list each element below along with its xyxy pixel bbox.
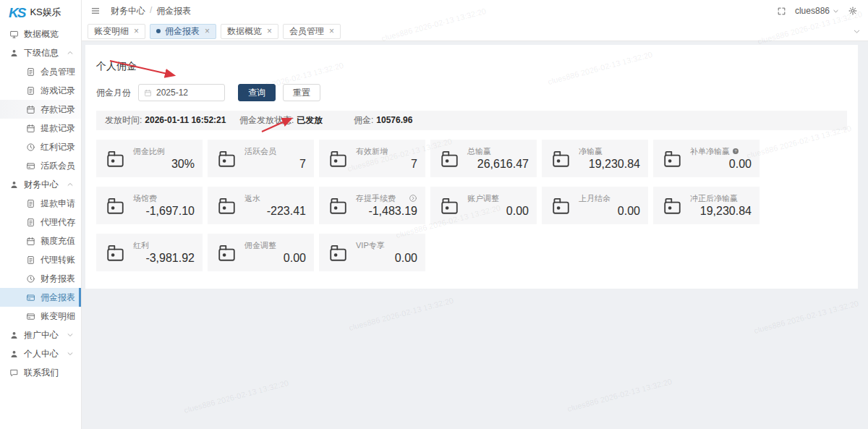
brand-name: KS娱乐 xyxy=(30,6,61,19)
gear-icon[interactable] xyxy=(848,6,858,16)
tab-account-change-details[interactable]: 账变明细 × xyxy=(88,24,145,39)
wallet-icon xyxy=(662,148,683,169)
close-icon[interactable]: × xyxy=(205,27,210,35)
user-icon xyxy=(9,349,19,359)
wallet-icon xyxy=(550,195,571,216)
sidebar-item-finance-center[interactable]: 财务中心 xyxy=(0,175,81,194)
stat-card-last-month-balance: 上月结余 0.00 xyxy=(542,187,648,224)
sidebar-item-account-change-details[interactable]: 账变明细 xyxy=(0,307,81,326)
stat-cards-grid: 佣金比例 30% 活跃会员 7 有效新增 7 xyxy=(96,140,760,271)
stat-label: VIP专享 xyxy=(356,241,385,250)
stat-value: -1,483.19 xyxy=(356,205,417,218)
stat-value: 7 xyxy=(244,158,306,171)
month-label: 佣金月份 xyxy=(96,87,131,99)
stat-value: -223.41 xyxy=(244,205,306,218)
stat-label: 佣金调整 xyxy=(244,241,276,250)
commission-panel: 个人佣金 佣金月份 2025-12 查询 重置 发放时间:2026-01-11 … xyxy=(85,45,858,289)
stat-card-commission-rate: 佣金比例 30% xyxy=(96,140,203,177)
stat-value: 19,230.84 xyxy=(690,205,752,218)
sidebar-item-withdrawal-records[interactable]: 提款记录 xyxy=(0,119,81,137)
sidebar-item-bonus-records[interactable]: 红利记录 xyxy=(0,137,81,156)
reset-button[interactable]: 重置 xyxy=(283,84,320,101)
stat-value: 7 xyxy=(356,158,417,171)
status-bar: 发放时间:2026-01-11 16:52:21 佣金发放状态:已发放 佣金:1… xyxy=(96,111,847,130)
stat-card-corrected-net-winloss: 冲正后净输赢 19,230.84 xyxy=(653,187,760,224)
month-picker[interactable]: 2025-12 xyxy=(138,84,225,101)
stat-label: 有效新增 xyxy=(356,147,388,156)
sidebar-item-agent-deposit[interactable]: 代理代存 xyxy=(0,213,81,232)
user-menu[interactable]: clues886 xyxy=(795,6,839,16)
content-area: 个人佣金 佣金月份 2025-12 查询 重置 发放时间:2026-01-11 … xyxy=(82,41,868,429)
sidebar-item-agent-transfer[interactable]: 代理转账 xyxy=(0,250,81,269)
doc-icon xyxy=(26,86,35,95)
wallet-icon xyxy=(216,195,237,216)
sidebar-item-promotion-center[interactable]: 推广中心 xyxy=(0,326,81,344)
stat-label: 红利 xyxy=(133,241,149,250)
tabs-menu-chevron-icon[interactable] xyxy=(853,27,861,35)
sidebar-item-withdrawal-request[interactable]: 提款申请 xyxy=(0,194,81,213)
close-icon[interactable]: × xyxy=(267,27,272,35)
breadcrumb-separator: / xyxy=(150,5,152,17)
app-logo: KS KS娱乐 xyxy=(0,0,81,25)
sidebar-item-game-records[interactable]: 游戏记录 xyxy=(0,81,81,100)
wallet-icon xyxy=(439,148,460,169)
stat-value: 0.00 xyxy=(244,252,306,265)
tab-member-management[interactable]: 会员管理 × xyxy=(283,24,341,39)
search-button[interactable]: 查询 xyxy=(238,84,276,101)
doc-icon xyxy=(26,255,35,265)
sidebar-item-personal-center[interactable]: 个人中心 xyxy=(0,344,81,363)
stat-card-net-winloss: 净输赢 19,230.84 xyxy=(542,140,648,177)
sidebar-item-subordinate-info[interactable]: 下级信息 xyxy=(0,43,81,62)
sidebar-item-data-overview[interactable]: 数据概览 xyxy=(0,25,81,43)
wallet-icon xyxy=(105,148,126,169)
stat-value: 0.00 xyxy=(579,205,640,218)
sidebar-item-active-members[interactable]: 活跃会员 xyxy=(0,156,81,175)
app-window: KS KS娱乐 数据概览 下级信息 会员管理 游戏记录 存款记录 提款记录 红利… xyxy=(0,0,868,429)
doc-icon xyxy=(26,199,35,208)
wallet-icon xyxy=(216,148,237,169)
breadcrumb-section[interactable]: 财务中心 xyxy=(111,5,145,17)
tab-data-overview[interactable]: 数据概览 × xyxy=(221,24,278,39)
sidebar-item-deposit-records[interactable]: 存款记录 xyxy=(0,100,81,119)
close-icon[interactable]: × xyxy=(329,27,334,35)
user-icon xyxy=(9,48,19,58)
tab-bar: 账变明细 × 佣金报表 × 数据概览 × 会员管理 × xyxy=(82,22,868,41)
stat-value: 26,616.47 xyxy=(467,158,529,171)
tab-commission-report[interactable]: 佣金报表 × xyxy=(150,24,216,39)
monitor-icon xyxy=(9,30,19,39)
sidebar-item-quota-recharge[interactable]: 额度充值 xyxy=(0,232,81,250)
sidebar-item-commission-report[interactable]: 佣金报表 xyxy=(0,288,81,307)
wallet-icon xyxy=(328,195,349,216)
sidebar-item-member-management[interactable]: 会员管理 xyxy=(0,62,81,81)
chat-icon xyxy=(9,368,19,378)
stat-card-deposit-withdraw-fee: 存提手续费 -1,483.19 xyxy=(319,187,425,224)
close-icon[interactable]: × xyxy=(134,27,139,35)
page-title: 个人佣金 xyxy=(96,60,847,73)
stat-label: 活跃会员 xyxy=(244,147,276,156)
stat-label: 场馆费 xyxy=(133,194,157,203)
sidebar: KS KS娱乐 数据概览 下级信息 会员管理 游戏记录 存款记录 提款记录 红利… xyxy=(0,0,82,429)
circle-arrow-right-icon[interactable] xyxy=(409,194,417,203)
stat-label: 上月结余 xyxy=(579,194,610,203)
stat-card-bonus: 红利 -3,981.92 xyxy=(96,234,203,271)
wallet-icon xyxy=(550,148,571,169)
stat-card-valid-new-members: 有效新增 7 xyxy=(319,140,425,177)
menu-collapse-icon[interactable] xyxy=(90,6,101,16)
clock-icon xyxy=(26,143,35,152)
calendar-icon xyxy=(26,237,35,246)
brand-logo-icon: KS xyxy=(9,6,25,20)
sidebar-item-financial-report[interactable]: 财务报表 xyxy=(0,269,81,288)
sidebar-item-contact-us[interactable]: 联系我们 xyxy=(0,363,81,382)
username: clues886 xyxy=(795,6,830,16)
info-icon[interactable]: ? xyxy=(732,148,739,155)
tabs-list: 账变明细 × 佣金报表 × 数据概览 × 会员管理 × xyxy=(88,24,345,39)
stat-label: 账户调整 xyxy=(467,194,499,203)
fullscreen-icon[interactable] xyxy=(777,7,786,16)
stat-label: 净输赢 xyxy=(579,147,603,156)
wallet-icon xyxy=(216,242,237,263)
breadcrumb: 财务中心 / 佣金报表 xyxy=(111,5,191,17)
main-area: 财务中心 / 佣金报表 clues886 xyxy=(82,0,868,429)
calendar-icon xyxy=(144,89,152,97)
stat-label: 补单净输赢 xyxy=(690,147,730,156)
stat-value: 0.00 xyxy=(467,205,529,218)
